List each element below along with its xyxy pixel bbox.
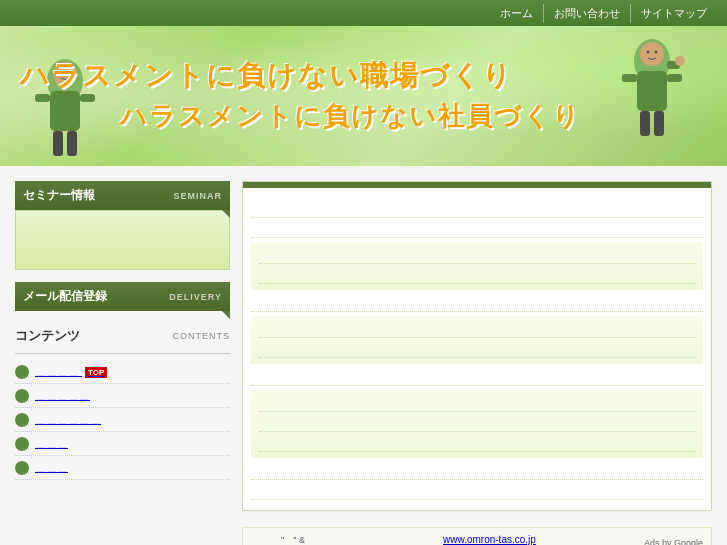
ad-area: " " & " " & www.hokende.com www.omron-ta… bbox=[242, 527, 712, 545]
header-banner: ハラスメントに負けない職場づくり ハラスメントに負けない社員づくり bbox=[0, 26, 727, 166]
contents-link-4[interactable]: ＿＿＿ bbox=[35, 436, 68, 451]
svg-rect-5 bbox=[53, 131, 63, 156]
content-line bbox=[259, 340, 695, 358]
content-section bbox=[251, 242, 703, 290]
content-section bbox=[251, 390, 703, 458]
content-line bbox=[251, 294, 703, 312]
main-area: " " & " " & www.hokende.com www.omron-ta… bbox=[242, 181, 712, 545]
contents-title: コンテンツ bbox=[15, 327, 80, 345]
nav-sitemap[interactable]: サイトマップ bbox=[630, 4, 717, 23]
content-top-bar bbox=[243, 182, 711, 188]
main-content-panel bbox=[242, 181, 712, 511]
header-title2: ハラスメントに負けない社員づくり bbox=[20, 100, 707, 134]
contents-link-5[interactable]: ＿＿＿ bbox=[35, 460, 68, 475]
delivery-heading: メール配信登録 DELIVERY bbox=[15, 282, 230, 311]
top-badge: TOP bbox=[85, 367, 107, 378]
seminar-content bbox=[15, 210, 230, 270]
list-item: ＿＿＿＿＿ bbox=[15, 384, 230, 408]
nav-home[interactable]: ホーム bbox=[490, 4, 543, 23]
ad-right-link[interactable]: www.omron-tas.co.jp bbox=[443, 534, 536, 545]
seminar-label: セミナー情報 bbox=[23, 187, 95, 204]
content-line bbox=[251, 482, 703, 500]
content-body bbox=[243, 192, 711, 510]
content-line bbox=[259, 320, 695, 338]
list-item: ＿＿＿＿ TOP bbox=[15, 360, 230, 384]
contents-list: ＿＿＿＿ TOP ＿＿＿＿＿ ＿＿＿＿＿＿ ＿＿＿ bbox=[15, 360, 230, 480]
list-item: ＿＿＿ bbox=[15, 432, 230, 456]
contents-section: コンテンツ CONTENTS ＿＿＿＿ TOP ＿＿＿＿＿ bbox=[15, 323, 230, 480]
content-line bbox=[259, 434, 695, 452]
contents-heading-block: コンテンツ CONTENTS bbox=[15, 323, 230, 349]
content-line bbox=[251, 368, 703, 386]
content-section bbox=[251, 316, 703, 364]
content-line bbox=[259, 394, 695, 412]
content-line bbox=[251, 220, 703, 238]
contents-link-3[interactable]: ＿＿＿＿＿＿ bbox=[35, 412, 101, 427]
svg-point-19 bbox=[655, 51, 658, 54]
list-bullet-icon bbox=[15, 437, 29, 451]
ads-by-google-label: Ads by Google bbox=[644, 538, 703, 545]
contents-link-2[interactable]: ＿＿＿＿＿ bbox=[35, 388, 90, 403]
main-wrapper: セミナー情報 SEMINAR メール配信登録 DELIVERY コンテンツ CO… bbox=[0, 166, 727, 545]
content-line bbox=[251, 200, 703, 218]
list-bullet-icon bbox=[15, 461, 29, 475]
contents-link-top[interactable]: ＿＿＿＿ TOP bbox=[35, 364, 107, 379]
ad-right: www.omron-tas.co.jp bbox=[443, 534, 536, 545]
content-line bbox=[259, 414, 695, 432]
ad-left: " " & " " & www.hokende.com bbox=[251, 534, 335, 545]
list-item: ＿＿＿ bbox=[15, 456, 230, 480]
delivery-section: メール配信登録 DELIVERY bbox=[15, 282, 230, 311]
nav-contact[interactable]: お問い合わせ bbox=[543, 4, 630, 23]
top-navigation: ホーム お問い合わせ サイトマップ bbox=[0, 0, 727, 26]
header-title1: ハラスメントに負けない職場づくり bbox=[20, 58, 707, 94]
delivery-en-label: DELIVERY bbox=[169, 292, 222, 302]
header-text-block: ハラスメントに負けない職場づくり ハラスメントに負けない社員づくり bbox=[20, 58, 707, 133]
content-line bbox=[251, 462, 703, 480]
svg-rect-6 bbox=[67, 131, 77, 156]
contents-en: CONTENTS bbox=[173, 331, 231, 341]
list-bullet-icon bbox=[15, 389, 29, 403]
list-bullet-icon bbox=[15, 413, 29, 427]
delivery-label: メール配信登録 bbox=[23, 288, 107, 305]
seminar-heading: セミナー情報 SEMINAR bbox=[15, 181, 230, 210]
sidebar: セミナー情報 SEMINAR メール配信登録 DELIVERY コンテンツ CO… bbox=[15, 181, 230, 545]
content-line bbox=[259, 266, 695, 284]
list-item: ＿＿＿＿＿＿ bbox=[15, 408, 230, 432]
seminar-en-label: SEMINAR bbox=[173, 191, 222, 201]
link-text: ＿＿＿＿ bbox=[35, 365, 79, 377]
svg-point-18 bbox=[647, 51, 650, 54]
content-line bbox=[259, 246, 695, 264]
seminar-section: セミナー情報 SEMINAR bbox=[15, 181, 230, 270]
ad-quote-text: " " & bbox=[251, 534, 335, 545]
contents-divider bbox=[15, 353, 230, 354]
list-bullet-icon bbox=[15, 365, 29, 379]
